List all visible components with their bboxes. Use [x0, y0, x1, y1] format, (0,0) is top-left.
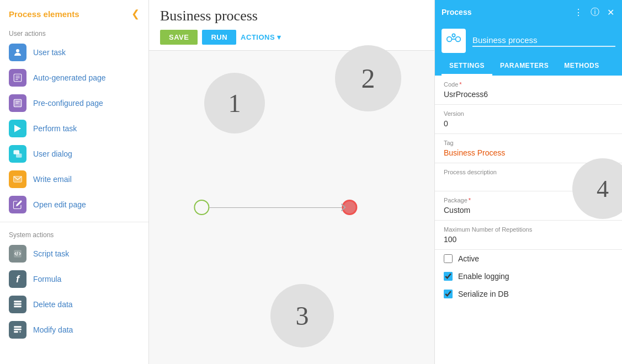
active-label: Active	[458, 254, 479, 263]
tab-methods[interactable]: METHODS	[556, 57, 607, 76]
actions-button[interactable]: ACTIONS ▾	[241, 33, 281, 41]
svg-rect-15	[14, 303, 22, 305]
run-button[interactable]: RUN	[202, 30, 236, 45]
perform-task-icon	[9, 120, 26, 137]
user-task-icon	[9, 44, 26, 61]
svg-rect-10	[16, 153, 22, 158]
user-actions-label: User actions	[0, 25, 148, 40]
sidebar-item-delete-data[interactable]: Delete data	[0, 292, 148, 317]
flow-connector	[209, 207, 342, 208]
max-repetitions-field-group: Maximum Number of Repetitions 100	[435, 221, 622, 250]
sidebar-item-open-edit-page[interactable]: Open edit page	[0, 192, 148, 217]
svg-rect-16	[14, 306, 22, 307]
process-canvas[interactable]: 1 2 3	[149, 51, 434, 364]
active-checkbox-row: Active	[435, 250, 622, 267]
toolbar: SAVE RUN ACTIONS ▾	[160, 30, 423, 45]
auto-generated-page-label: Auto-generated page	[33, 73, 106, 82]
panel-close-button[interactable]: ✕	[606, 6, 615, 19]
modify-data-icon	[9, 321, 26, 339]
write-email-label: Write email	[33, 175, 72, 184]
panel-process-row	[435, 24, 622, 53]
step-badge-1: 1	[204, 73, 265, 133]
step-badge-3: 3	[270, 284, 334, 347]
sidebar: Process elements ❮ User actions User tas…	[0, 0, 149, 364]
svg-rect-17	[14, 326, 22, 328]
modify-data-label: Modify data	[33, 325, 73, 334]
enable-logging-checkbox[interactable]	[444, 272, 453, 281]
process-icon-box	[442, 29, 466, 53]
process-name-input[interactable]	[472, 35, 615, 47]
max-repetitions-label: Maximum Number of Repetitions	[444, 226, 613, 233]
enable-logging-label: Enable logging	[458, 272, 509, 281]
main-header: Business process SAVE RUN ACTIONS ▾	[149, 0, 434, 51]
user-dialog-label: User dialog	[33, 149, 72, 158]
process-flow	[194, 200, 357, 215]
start-node[interactable]	[194, 200, 209, 215]
svg-marker-8	[14, 125, 21, 132]
panel-tabs: SETTINGS PARAMETERS METHODS	[435, 53, 622, 76]
script-task-label: Script task	[33, 249, 69, 258]
max-repetitions-value: 100	[444, 234, 613, 246]
sidebar-item-user-dialog[interactable]: User dialog	[0, 141, 148, 167]
code-label: Code*	[444, 81, 613, 88]
sidebar-item-write-email[interactable]: Write email	[0, 167, 148, 192]
sidebar-item-user-task[interactable]: User task	[0, 40, 148, 65]
step-badge-2: 2	[335, 45, 401, 111]
write-email-icon	[9, 170, 26, 188]
version-value: 0	[444, 118, 613, 130]
version-label: Version	[444, 110, 613, 117]
sidebar-item-perform-task[interactable]: Perform task	[0, 116, 148, 141]
system-actions-label: System actions	[0, 227, 148, 241]
save-button[interactable]: SAVE	[160, 30, 198, 45]
panel-body: 4 Code* UsrProcess6 Version 0 Tag Busine…	[435, 76, 622, 364]
serialize-db-checkbox[interactable]	[444, 290, 453, 298]
panel-more-button[interactable]: ⋮	[573, 6, 584, 19]
svg-rect-14	[14, 301, 22, 302]
svg-point-20	[447, 37, 452, 42]
formula-label: Formula	[33, 275, 61, 283]
script-task-icon	[9, 245, 26, 263]
tab-settings[interactable]: SETTINGS	[442, 57, 492, 76]
tab-parameters[interactable]: PARAMETERS	[492, 57, 556, 76]
code-field-group: Code* UsrProcess6	[435, 76, 622, 105]
serialize-db-checkbox-row: Serialize in DB	[435, 285, 622, 303]
serialize-db-label: Serialize in DB	[458, 290, 509, 298]
svg-rect-19	[14, 331, 18, 333]
version-field-group: Version 0	[435, 105, 622, 134]
code-value: UsrProcess6	[444, 89, 613, 101]
process-flow-icon	[446, 31, 461, 50]
sidebar-collapse-icon[interactable]: ❮	[131, 8, 140, 20]
sidebar-title: Process elements	[9, 9, 79, 19]
panel-header-icons: ⋮ ⓘ ✕	[573, 6, 615, 19]
delete-data-icon	[9, 296, 26, 313]
active-checkbox[interactable]	[444, 254, 453, 263]
right-panel: Process ⋮ ⓘ ✕ SETTINGS PARAMETERS METHOD	[434, 0, 622, 364]
pre-configured-page-label: Pre-configured page	[33, 99, 103, 108]
auto-generated-page-icon	[9, 69, 26, 87]
svg-point-0	[16, 49, 19, 52]
svg-rect-18	[14, 329, 22, 330]
sidebar-item-auto-generated-page[interactable]: Auto-generated page	[0, 65, 148, 90]
svg-point-23	[452, 34, 455, 36]
sidebar-item-pre-configured-page[interactable]: Pre-configured page	[0, 90, 148, 116]
sidebar-item-script-task[interactable]: Script task	[0, 241, 148, 266]
perform-task-label: Perform task	[33, 124, 77, 133]
pre-configured-page-icon	[9, 94, 26, 112]
enable-logging-checkbox-row: Enable logging	[435, 267, 622, 285]
user-task-label: User task	[33, 48, 66, 57]
tag-label: Tag	[444, 140, 613, 146]
panel-title: Process	[442, 8, 471, 17]
delete-data-label: Delete data	[33, 300, 73, 309]
sidebar-header: Process elements ❮	[0, 0, 148, 25]
panel-header: Process ⋮ ⓘ ✕	[435, 0, 622, 24]
page-title: Business process	[160, 8, 423, 24]
user-dialog-icon	[9, 145, 26, 163]
panel-info-button[interactable]: ⓘ	[589, 6, 600, 19]
formula-icon: f	[9, 270, 26, 288]
tag-value: Business Process	[444, 147, 613, 159]
main-area: Business process SAVE RUN ACTIONS ▾ 1 2 …	[149, 0, 434, 364]
open-edit-page-label: Open edit page	[33, 200, 86, 209]
sidebar-item-modify-data[interactable]: Modify data	[0, 317, 148, 342]
sidebar-item-formula[interactable]: f Formula	[0, 266, 148, 292]
svg-point-21	[456, 37, 461, 42]
